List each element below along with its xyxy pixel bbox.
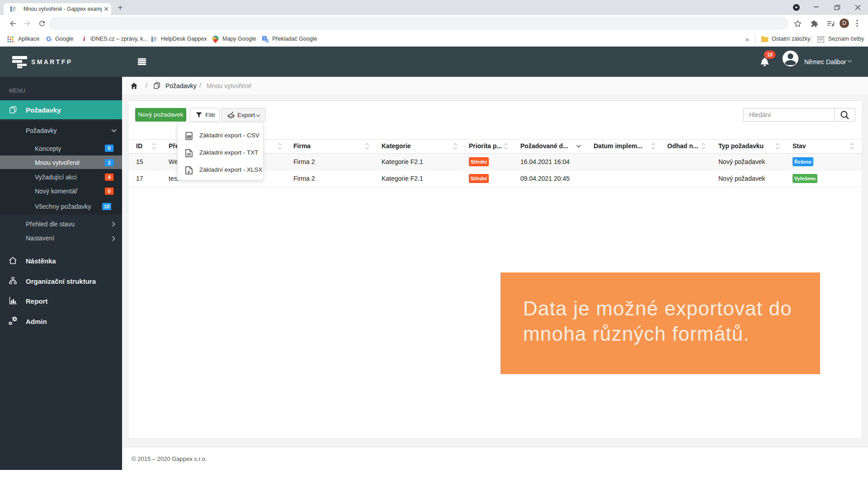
svg-text:x: x bbox=[188, 169, 190, 174]
svg-text:A: A bbox=[266, 39, 269, 42]
